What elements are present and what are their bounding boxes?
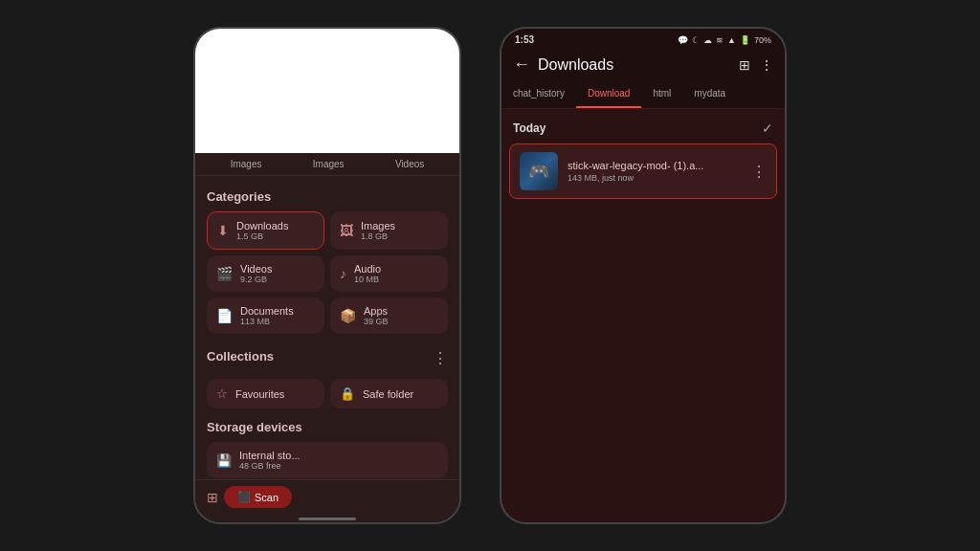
signal-icon: ▲ [727, 35, 736, 45]
audio-icon: ♪ [340, 266, 346, 281]
back-button[interactable]: ← [513, 55, 530, 75]
battery-percent: 70% [754, 35, 771, 45]
category-documents[interactable]: 📄 Documents 113 MB [207, 298, 324, 334]
storage-title: Storage devices [207, 420, 448, 434]
download-list-item[interactable]: 🎮 stick-war-legacy-mod- (1).a... 143 MB,… [509, 143, 777, 199]
download-info: stick-war-legacy-mod- (1).a... 143 MB, j… [568, 160, 742, 183]
scan-button[interactable]: ⬛ Scan [224, 486, 292, 508]
status-icons: 💬 ☾ ☁ ≋ ▲ 🔋 70% [678, 35, 771, 45]
cat-size-images: 1.8 GB [361, 231, 395, 241]
grid-scan-icon: ⊞ [207, 490, 218, 505]
apps-icon: 📦 [340, 308, 356, 323]
collection-name-favourites: Favourites [235, 388, 284, 400]
grid-view-icon[interactable]: ⊞ [739, 57, 750, 73]
phone-screen-preview [195, 29, 459, 153]
whatsapp-icon: 💬 [678, 35, 688, 45]
images-icon: 🖼 [340, 223, 353, 238]
collections-header: Collections ⋮ [207, 345, 448, 371]
game-thumbnail: 🎮 [520, 152, 558, 190]
tab-images-2[interactable]: Images [313, 159, 345, 169]
select-all-icon[interactable]: ✓ [762, 121, 773, 136]
cat-name-videos: Videos [240, 263, 272, 275]
cat-size-downloads: 1.5 GB [236, 231, 288, 241]
page-title: Downloads [538, 56, 731, 74]
collections-title: Collections [207, 349, 274, 364]
collections-grid: ☆ Favourites 🔒 Safe folder [207, 379, 448, 408]
header-bar: ← Downloads ⊞ ⋮ [501, 49, 785, 80]
cloud-icon: ☁ [703, 35, 712, 45]
scan-icon: ⬛ [237, 491, 251, 503]
left-phone: Images Images Videos Categories ⬇ Downlo… [193, 27, 461, 524]
collection-name-safe: Safe folder [363, 388, 413, 400]
left-phone-content: Categories ⬇ Downloads 1.5 GB 🖼 Images 1… [195, 176, 459, 479]
cat-name-documents: Documents [240, 305, 294, 317]
storage-internal[interactable]: 💾 Internal sto... 48 GB free [207, 442, 448, 478]
category-audio[interactable]: ♪ Audio 10 MB [330, 255, 448, 292]
downloads-content: Today ✓ 🎮 stick-war-legacy-mod- (1).a...… [501, 109, 785, 522]
status-time: 1:53 [515, 34, 534, 45]
today-label: Today [513, 121, 546, 135]
collections-more-icon[interactable]: ⋮ [433, 349, 448, 367]
favourites-icon: ☆ [216, 386, 228, 401]
today-header: Today ✓ [509, 117, 777, 143]
battery-icon: 🔋 [740, 35, 750, 45]
category-images[interactable]: 🖼 Images 1.8 GB [330, 211, 448, 250]
cat-size-audio: 10 MB [354, 275, 381, 284]
image-tabs-row: Images Images Videos [195, 153, 459, 176]
tab-images-1[interactable]: Images [231, 159, 262, 169]
moon-icon: ☾ [692, 35, 700, 45]
folder-tabs: chat_history Download html mydata [501, 80, 785, 109]
status-bar: 1:53 💬 ☾ ☁ ≋ ▲ 🔋 70% [501, 29, 785, 49]
cat-size-videos: 9.2 GB [240, 275, 272, 284]
header-action-icons: ⊞ ⋮ [739, 57, 773, 73]
cat-name-downloads: Downloads [236, 220, 288, 231]
storage-icon: 💾 [216, 453, 232, 468]
cat-name-audio: Audio [354, 263, 381, 275]
cat-name-images: Images [361, 220, 395, 231]
download-meta: 143 MB, just now [568, 173, 742, 183]
cat-name-apps: Apps [364, 305, 389, 317]
cat-size-documents: 113 MB [240, 317, 294, 326]
home-indicator [299, 518, 356, 520]
tab-download[interactable]: Download [576, 80, 641, 108]
download-thumbnail: 🎮 [520, 152, 558, 190]
wifi-icon: ≋ [716, 35, 724, 45]
tab-videos[interactable]: Videos [395, 159, 424, 169]
categories-grid: ⬇ Downloads 1.5 GB 🖼 Images 1.8 GB 🎬 Vid… [207, 211, 448, 334]
scan-area: ⊞ ⬛ Scan [207, 486, 292, 508]
collection-safe-folder[interactable]: 🔒 Safe folder [330, 379, 448, 408]
storage-name: Internal sto... [239, 450, 301, 461]
tab-mydata[interactable]: mydata [682, 80, 737, 108]
item-more-icon[interactable]: ⋮ [751, 163, 767, 181]
storage-free: 48 GB free [239, 461, 301, 471]
tab-html[interactable]: html [641, 80, 682, 108]
category-apps[interactable]: 📦 Apps 39 GB [330, 298, 448, 334]
lock-icon: 🔒 [340, 386, 355, 401]
download-filename: stick-war-legacy-mod- (1).a... [568, 160, 742, 171]
categories-title: Categories [207, 189, 448, 204]
cat-size-apps: 39 GB [364, 317, 389, 326]
more-options-icon[interactable]: ⋮ [760, 57, 773, 73]
bottom-bar: ⊞ ⬛ Scan [195, 479, 459, 514]
documents-icon: 📄 [216, 308, 233, 323]
category-videos[interactable]: 🎬 Videos 9.2 GB [207, 255, 324, 292]
category-downloads[interactable]: ⬇ Downloads 1.5 GB [207, 211, 324, 250]
download-icon: ⬇ [217, 223, 229, 238]
videos-icon: 🎬 [216, 266, 233, 281]
tab-chat-history[interactable]: chat_history [501, 80, 576, 108]
collection-favourites[interactable]: ☆ Favourites [207, 379, 324, 408]
right-phone: 1:53 💬 ☾ ☁ ≋ ▲ 🔋 70% ← Downloads ⊞ ⋮ cha… [500, 27, 787, 524]
